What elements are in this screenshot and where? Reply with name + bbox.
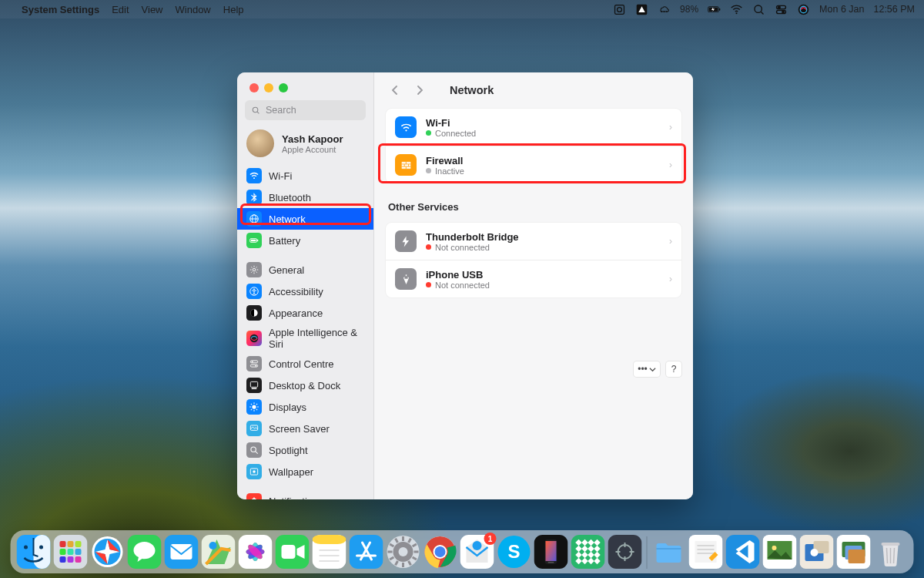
chevron-right-icon: › [669,160,672,170]
sidebar-item-general[interactable]: General [237,259,373,281]
menubar-time[interactable]: 12:56 PM [873,4,915,15]
sidebar-item-desktop-dock[interactable]: Desktop & Dock [237,375,373,396]
row-title: Firewall [426,155,464,166]
sidebar-item-spotlight[interactable]: Spotlight [237,439,373,461]
network-row-iphone-usb[interactable]: iPhone USB Not connected › [386,260,681,297]
svg-rect-29 [68,549,74,555]
dock-notes[interactable] [313,535,346,569]
close-button[interactable] [249,83,259,92]
sidebar-item-appearance[interactable]: Appearance [237,302,373,324]
svg-rect-32 [68,556,74,563]
fullscreen-button[interactable] [279,83,288,92]
back-button[interactable] [388,83,402,97]
appearance-icon [246,305,262,321]
dock-imagecapture[interactable] [800,535,834,569]
status-dot [426,130,431,136]
dock-finder[interactable] [17,535,51,569]
forward-button[interactable] [413,83,427,97]
svg-text:S: S [507,541,520,562]
menubar-help[interactable]: Help [223,4,244,15]
network-row-thunderbolt-bridge[interactable]: Thunderbolt Bridge Not connected › [386,223,681,260]
svg-rect-70 [402,563,404,567]
control-icon [246,356,262,371]
dock-appstore[interactable] [350,535,383,569]
menubar-view[interactable]: View [142,4,163,15]
display-icon [246,399,262,415]
sidebar-item-label: Network [269,213,306,225]
dock-mystery[interactable] [608,535,642,569]
dock-preview[interactable] [763,535,797,569]
dock-phonemirror[interactable] [534,535,568,569]
menubar-app-name[interactable]: System Settings [22,4,99,15]
sidebar-item-wallpaper[interactable]: Wallpaper [237,461,373,482]
sidebar-item-bluetooth[interactable]: Bluetooth [237,187,373,208]
network-row-firewall[interactable]: Firewall Inactive › [386,146,681,183]
control-centre-icon[interactable] [775,3,788,16]
svg-rect-28 [60,549,66,555]
more-options-button[interactable]: ••• [633,361,661,378]
wifi-icon[interactable] [730,3,743,16]
sidebar-item-label: Notifications [269,496,323,500]
dock-vscode[interactable] [726,535,760,569]
chevron-right-icon: › [669,122,672,133]
dock-facetime[interactable] [276,535,310,569]
svg-point-18 [253,107,258,113]
row-subtitle: Inactive [426,166,464,176]
help-button[interactable]: ? [665,361,682,378]
search-input[interactable]: Search [245,100,366,120]
system-settings-window: Search Yash Kapoor Apple Account Wi-FiBl… [237,72,693,499]
battery-icon [246,233,262,248]
dock-textedit[interactable] [689,535,723,569]
weather-icon[interactable] [658,3,671,16]
dock-safari[interactable] [91,535,125,569]
minimise-button[interactable] [264,83,273,92]
sidebar-item-label: Displays [269,402,306,413]
svg-rect-0 [615,5,624,14]
status-dot [426,168,431,173]
dock-mail2[interactable]: 1 [460,535,494,569]
menubar-date[interactable]: Mon 6 Jan [819,4,864,15]
sidebar-item-screen-saver[interactable]: Screen Saver [237,418,373,439]
status-dot [426,282,431,287]
dock-settings[interactable] [387,535,420,569]
dock-grid[interactable] [571,535,605,569]
network-row-wi-fi[interactable]: Wi-Fi Connected › [386,109,681,146]
dock-maps[interactable] [202,535,236,569]
search-icon[interactable] [752,3,765,16]
dock-mail[interactable] [165,535,199,569]
svg-line-19 [257,112,259,113]
dock-folder[interactable] [652,535,686,569]
sidebar-item-network[interactable]: Network [237,208,373,230]
sidebar-item-label: Spotlight [269,445,308,456]
svg-rect-113 [726,535,760,569]
dock-launchpad[interactable] [54,535,88,569]
menubar-window[interactable]: Window [176,4,211,15]
triangle-icon[interactable] [635,3,648,16]
wifi-icon [246,168,262,183]
dock-trash[interactable] [874,535,908,569]
svg-rect-30 [75,549,82,555]
menubar-edit[interactable]: Edit [112,4,129,15]
section-title: Other Services [385,190,682,216]
battery-icon[interactable] [708,3,721,16]
row-subtitle: Connected [426,129,476,138]
dock-chrome[interactable] [424,535,457,569]
dock-skype[interactable]: S [497,535,531,569]
row-subtitle: Not connected [426,281,490,290]
screenshot-icon[interactable] [613,3,626,16]
siri-icon[interactable] [797,3,810,16]
dock-screenshots[interactable] [837,535,871,569]
sidebar-item-wi-fi[interactable]: Wi-Fi [237,165,373,187]
sidebar-item-control-centre[interactable]: Control Centre [237,353,373,375]
sidebar-item-displays[interactable]: Displays [237,396,373,418]
sidebar-item-notifications[interactable]: Notifications [237,490,373,499]
dock-photos[interactable] [239,535,273,569]
avatar [246,129,274,157]
dock-messages[interactable] [128,535,162,569]
other-services-group: Thunderbolt Bridge Not connected › iPhon… [385,222,682,298]
svg-rect-67 [414,551,419,553]
sidebar-item-battery[interactable]: Battery [237,230,373,251]
sidebar-item-apple-intelligence-siri[interactable]: Apple Intelligence & Siri [237,324,373,353]
sidebar-item-accessibility[interactable]: Accessibility [237,281,373,302]
sidebar-account[interactable]: Yash Kapoor Apple Account [237,125,373,165]
